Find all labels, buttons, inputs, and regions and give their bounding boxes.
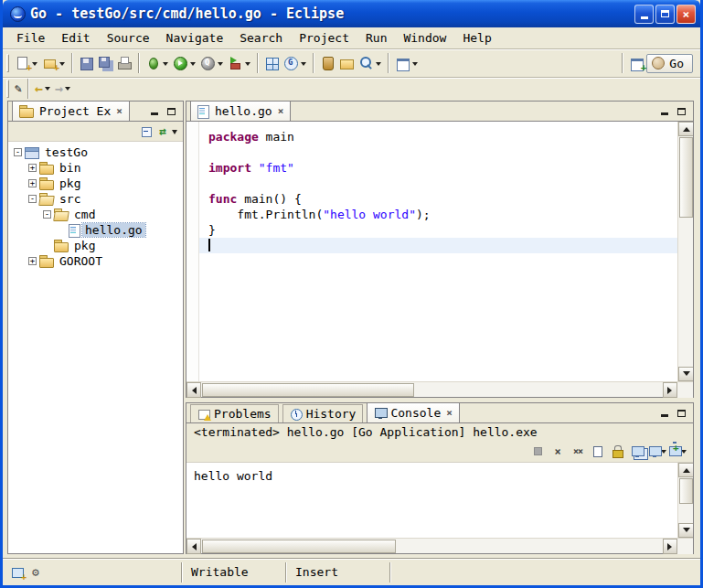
scrollbar-thumb[interactable] <box>679 478 693 504</box>
run-last-button[interactable] <box>198 52 226 74</box>
arrow-left-icon <box>188 543 197 551</box>
tree-item-cmd[interactable]: cmd <box>8 207 183 222</box>
console-output[interactable]: hello world <box>186 463 677 538</box>
minimize-view-button[interactable] <box>657 105 671 117</box>
new-wizard-button[interactable] <box>13 52 40 74</box>
open-folder-icon <box>339 56 355 70</box>
scrollbar-thumb[interactable] <box>202 383 414 397</box>
dropdown-arrow-icon <box>59 62 65 69</box>
menu-source[interactable]: Source <box>99 29 158 47</box>
scrollbar-corner <box>677 539 693 554</box>
menu-project[interactable]: Project <box>291 29 357 47</box>
expander-icon[interactable] <box>28 164 37 172</box>
console-horizontal-scrollbar[interactable] <box>186 538 693 553</box>
view-menu-button[interactable] <box>172 130 177 137</box>
scroll-right-button[interactable] <box>663 539 677 554</box>
terminate-button[interactable] <box>528 443 547 461</box>
gear-icon[interactable]: ⚙ <box>32 566 39 578</box>
tab-project-explorer[interactable]: Project Ex × <box>12 101 130 121</box>
expander-icon[interactable] <box>14 148 22 156</box>
menu-edit[interactable]: Edit <box>53 29 98 47</box>
menu-window[interactable]: Window <box>395 29 454 47</box>
link-with-editor-button[interactable]: ⇄ <box>159 124 166 138</box>
minimize-view-button[interactable] <box>147 105 161 117</box>
console-vertical-scrollbar[interactable] <box>677 463 693 538</box>
project-icon <box>25 146 38 158</box>
new-element-button[interactable] <box>40 52 68 74</box>
fast-view-icon[interactable] <box>12 567 25 578</box>
display-selected-console-button[interactable] <box>649 443 667 461</box>
collapse-all-button[interactable] <box>141 125 154 138</box>
clear-console-button[interactable] <box>589 443 607 461</box>
expander-icon[interactable] <box>28 257 37 265</box>
expander-icon[interactable] <box>28 195 37 203</box>
pin-console-button[interactable] <box>629 443 647 461</box>
editor-left-ruler[interactable] <box>186 122 199 381</box>
scroll-up-button[interactable] <box>678 463 693 477</box>
tree-item-testgo[interactable]: testGo <box>8 144 183 160</box>
remove-launch-button[interactable]: × <box>549 443 567 461</box>
tree-item-goroot[interactable]: GOROOT <box>8 253 183 269</box>
tab-console[interactable]: Console × <box>367 402 459 422</box>
save-button[interactable] <box>77 52 96 74</box>
open-type-button[interactable] <box>318 52 337 74</box>
scroll-left-button[interactable] <box>186 382 201 398</box>
new-go-element-button[interactable] <box>282 52 309 74</box>
tree-item-pkg[interactable]: pkg <box>8 176 183 191</box>
tab-close-icon[interactable]: × <box>116 105 122 117</box>
expander-icon[interactable] <box>28 179 37 187</box>
tree-item-hello-go[interactable]: hello.go <box>8 222 183 238</box>
save-all-button[interactable] <box>96 52 115 74</box>
tree-item-pkg-2[interactable]: pkg <box>8 238 183 253</box>
code-area[interactable]: package main import "fmt" func main() { … <box>199 122 677 381</box>
menu-navigate[interactable]: Navigate <box>158 29 232 47</box>
tree-item-bin[interactable]: bin <box>8 160 183 176</box>
menu-file[interactable]: File <box>8 29 53 47</box>
go-perspective-button[interactable]: Go <box>646 54 693 73</box>
expander-icon[interactable] <box>43 210 51 219</box>
menu-search[interactable]: Search <box>231 29 291 47</box>
remove-all-launches-button[interactable]: ×× <box>569 443 587 461</box>
scroll-left-button[interactable] <box>186 539 201 554</box>
debug-button[interactable] <box>144 52 171 74</box>
menu-run[interactable]: Run <box>357 29 395 47</box>
tree-item-src[interactable]: src <box>8 191 183 207</box>
scroll-down-button[interactable] <box>678 523 693 538</box>
scrollbar-thumb[interactable] <box>202 540 396 553</box>
open-console-button[interactable] <box>669 443 687 461</box>
minimize-view-button[interactable] <box>657 407 671 419</box>
external-tools-button[interactable] <box>226 52 253 74</box>
print-button[interactable] <box>115 52 134 74</box>
search-button[interactable] <box>357 52 384 74</box>
new-go-project-button[interactable] <box>262 52 282 74</box>
maximize-view-button[interactable] <box>675 105 688 117</box>
tab-close-icon[interactable]: × <box>446 407 453 419</box>
forward-button[interactable]: → <box>53 78 73 100</box>
maximize-button[interactable] <box>655 5 675 24</box>
scroll-lock-button[interactable] <box>609 443 627 461</box>
open-perspective-button[interactable] <box>627 52 646 74</box>
editor-horizontal-scrollbar[interactable] <box>186 381 693 397</box>
scroll-up-button[interactable] <box>678 122 693 136</box>
editor-vertical-scrollbar[interactable] <box>677 122 693 381</box>
run-button[interactable] <box>171 52 198 74</box>
tab-history[interactable]: History <box>282 404 364 422</box>
last-edit-location-button[interactable]: ✎ <box>13 78 24 100</box>
minimize-button[interactable] <box>634 5 654 24</box>
scroll-right-button[interactable] <box>663 382 677 398</box>
tab-hello-go[interactable]: hello.go × <box>190 101 291 121</box>
maximize-view-button[interactable] <box>165 105 178 117</box>
annotations-button[interactable] <box>393 52 421 74</box>
tab-problems[interactable]: Problems <box>190 404 279 422</box>
tab-close-icon[interactable]: × <box>278 105 284 117</box>
menu-help[interactable]: Help <box>454 29 499 47</box>
close-button[interactable]: × <box>676 5 696 24</box>
toolbar-grip[interactable] <box>6 54 9 72</box>
scroll-down-button[interactable] <box>678 367 693 381</box>
scrollbar-thumb[interactable] <box>679 137 693 218</box>
maximize-view-icon <box>167 108 176 115</box>
toolbar-grip[interactable] <box>6 80 9 98</box>
open-resource-button[interactable] <box>337 52 357 74</box>
maximize-view-button[interactable] <box>675 407 688 419</box>
back-button[interactable]: ← <box>33 78 53 100</box>
